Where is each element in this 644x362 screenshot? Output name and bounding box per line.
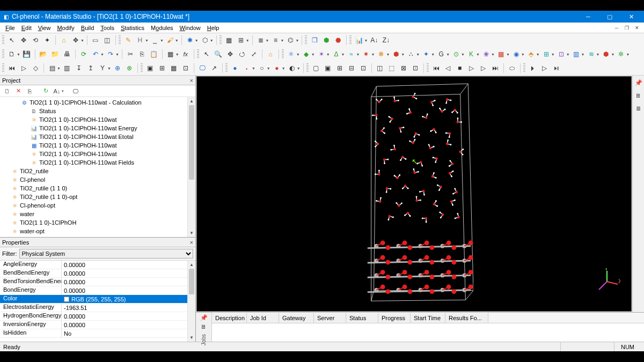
job-column-header[interactable]: Job Id	[247, 313, 279, 323]
tree-item[interactable]: ⚛TiO2_rutile (1 1 0)-opt	[0, 193, 187, 201]
tree-item[interactable]: ⚛TiO2(1 1 0)-1ClPhOH-110wat	[0, 115, 187, 124]
mod-h-icon[interactable]: ⬢	[391, 49, 401, 60]
property-value[interactable]: 0.00000	[62, 261, 187, 269]
atom3-icon[interactable]: ○	[257, 63, 267, 73]
property-row[interactable]: IsHiddenNo	[0, 329, 187, 338]
property-value[interactable]: 0.00000	[62, 278, 187, 286]
nav-play-icon[interactable]: ▷	[466, 63, 477, 73]
pencil-icon[interactable]: ✎	[123, 35, 134, 46]
mod-g-icon[interactable]: ❋	[376, 49, 386, 60]
close-button[interactable]: ✕	[620, 11, 642, 23]
rec-icon[interactable]: ⬭	[507, 63, 517, 73]
property-value[interactable]: RGB (255, 255, 255)	[62, 295, 187, 303]
toolbar-grip[interactable]	[282, 49, 284, 59]
nav-stop-icon[interactable]: ■	[455, 63, 465, 73]
toolbar-grip[interactable]	[427, 63, 429, 73]
tree-item[interactable]: ⚛water-opt	[0, 227, 187, 235]
zoom-icon[interactable]: ✦	[42, 35, 53, 46]
job-column-header[interactable]: Server	[314, 313, 346, 323]
property-row[interactable]: ColorRGB (255, 255, 255)	[0, 295, 187, 304]
mod-t-icon[interactable]: ▥	[571, 49, 582, 60]
tree-item[interactable]: ▦TiO2(1 1 0)-1ClPhOH-110wat	[0, 141, 187, 150]
filter-icon[interactable]: Y	[97, 63, 108, 73]
tree-item[interactable]: ⚛water	[0, 210, 187, 218]
module-3-icon[interactable]: ⬣	[333, 35, 343, 46]
nav-last-icon[interactable]: ⏭	[490, 63, 501, 73]
tree-item[interactable]: 📊TiO2(1 1 0)-1ClPhOH-110wat Etotal	[0, 132, 187, 141]
stop-icon[interactable]: ◇	[30, 63, 41, 73]
new-icon[interactable]: 🗋	[6, 49, 17, 60]
toolbar-grip[interactable]	[219, 35, 222, 45]
folder-open-icon[interactable]: 📂	[38, 49, 49, 60]
chart-icon[interactable]: 📊	[354, 35, 364, 46]
mdi-restore-icon[interactable]: ❐	[622, 24, 632, 32]
toolbar-grip[interactable]	[349, 35, 352, 45]
lattice-icon[interactable]: ▦	[224, 35, 235, 46]
pan-icon[interactable]: ✥	[225, 49, 236, 60]
mod-i-icon[interactable]: ∴	[406, 49, 416, 60]
tree-item[interactable]: ⚛TiO2_rutile	[0, 167, 187, 175]
nav-icon[interactable]: ✥	[70, 35, 81, 46]
toolbar-grip[interactable]	[2, 63, 4, 73]
tree-item[interactable]: ⚛TiO2(1 1 0)-1ClPhOH-110wat Fields	[0, 158, 187, 167]
project-tree[interactable]: ⚙TiO2(1 1 0)-1ClPhOH-110wat - Calculatio…	[0, 97, 187, 237]
fit-icon[interactable]: ⤢	[248, 49, 259, 60]
skip1-icon[interactable]: ⏵	[528, 63, 538, 73]
filter-select[interactable]: Physical System	[19, 249, 194, 258]
3d-viewport[interactable]: ↖ Y X	[196, 76, 632, 312]
win4-icon[interactable]: ⊡	[180, 63, 191, 73]
mod-r-icon[interactable]: ⊞	[541, 49, 552, 60]
mod-e-icon[interactable]: ≈	[346, 49, 357, 60]
b3-icon[interactable]: ⊞	[334, 63, 345, 73]
atom2-icon[interactable]: ⬩	[241, 63, 252, 73]
property-value[interactable]: No	[62, 329, 187, 337]
tree-item[interactable]: ⚛Cl-phenol-opt	[0, 201, 187, 210]
mod-d-icon[interactable]: Δ	[331, 49, 342, 60]
maximize-button[interactable]: ▢	[599, 11, 620, 23]
jobs-tab-label[interactable]: Jobs	[201, 334, 207, 345]
property-row[interactable]: BendBendEnergy0.00000	[0, 269, 187, 278]
mdi-close-icon[interactable]: ✕	[632, 24, 642, 32]
b6-icon[interactable]: ◫	[375, 63, 385, 73]
sort1-icon[interactable]: ↧	[74, 63, 84, 73]
sort-asc-icon[interactable]: A↓	[369, 35, 379, 46]
property-value[interactable]: -1963.51	[62, 304, 187, 312]
property-row[interactable]: HydrogenBondEnergy0.00000	[0, 312, 187, 321]
mod-k-icon[interactable]: G	[436, 49, 447, 60]
home2-icon[interactable]: ⌂	[265, 49, 276, 60]
properties-scrollbar[interactable]: ▲ ▼	[187, 261, 195, 342]
paste-icon[interactable]: 📋	[149, 49, 159, 60]
property-value[interactable]: 0.00000	[62, 286, 187, 294]
mod-j-icon[interactable]: ✦	[421, 49, 431, 60]
refresh-icon[interactable]: ⟳	[78, 49, 89, 60]
mod-m-icon[interactable]: K	[466, 49, 477, 60]
grid2-icon[interactable]: ▥	[62, 63, 72, 73]
project-delete-icon[interactable]: ✕	[13, 86, 23, 96]
menu-file[interactable]: File	[2, 24, 18, 32]
print-icon[interactable]: 🖶	[62, 49, 72, 60]
b5-icon[interactable]: ⊡	[358, 63, 369, 73]
menu-statistics[interactable]: Statistics	[118, 24, 148, 32]
win3-icon[interactable]: ▦	[169, 63, 179, 73]
brush-icon[interactable]: 🖌	[165, 35, 175, 46]
b2-icon[interactable]: ▣	[323, 63, 333, 73]
cell-icon[interactable]: ⊞	[236, 35, 246, 46]
atom1-icon[interactable]: ●	[230, 63, 240, 73]
import-icon[interactable]: 📁	[50, 49, 61, 60]
fragment-icon[interactable]: ✱	[185, 35, 195, 46]
tree-item[interactable]: ⚛TiO2(1 1 0)-1ClPhOH-110wat	[0, 235, 187, 237]
mod-l-icon[interactable]: ⊙	[451, 49, 462, 60]
zoom2-icon[interactable]: 🔍	[213, 49, 224, 60]
project-refresh-icon[interactable]: ↻	[41, 86, 50, 96]
mod-q-icon[interactable]: ⬘	[526, 49, 537, 60]
b7-icon[interactable]: ⬚	[386, 63, 397, 73]
menu-help[interactable]: Help	[204, 24, 223, 32]
toolbar-grip[interactable]	[306, 63, 309, 73]
screen-icon[interactable]: 🖵	[197, 63, 208, 73]
menu-build[interactable]: Build	[78, 24, 97, 32]
win2-icon[interactable]: ⊞	[157, 63, 167, 73]
tree-item[interactable]: ⚙TiO2(1 1 0)-1ClPhOH-110wat - Calculatio…	[0, 98, 187, 107]
b8-icon[interactable]: ⊠	[398, 63, 409, 73]
tree-item[interactable]: ⚛TiO2_rutile (1 1 0)	[0, 184, 187, 193]
property-row[interactable]: BondEnergy0.00000	[0, 286, 187, 295]
